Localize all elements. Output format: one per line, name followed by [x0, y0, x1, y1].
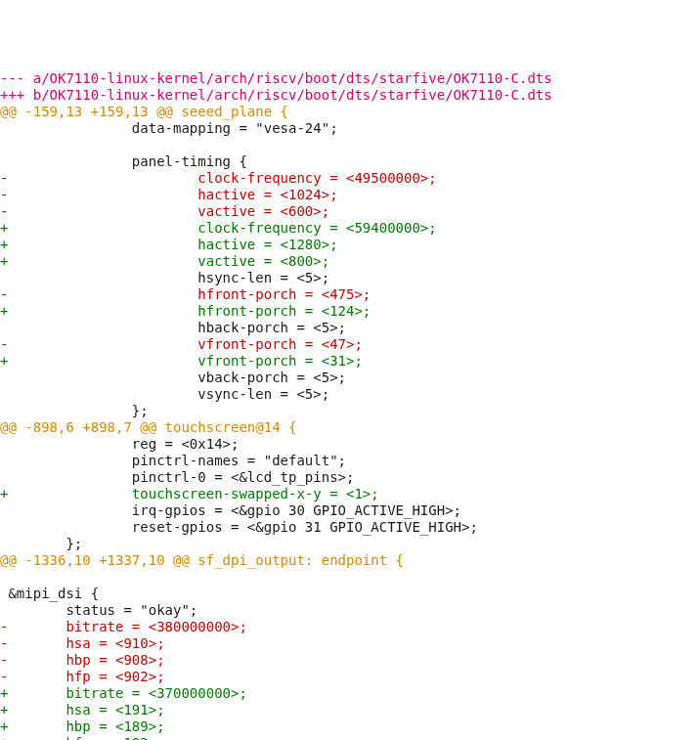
hunk-header: @@ -159,13 +159,13 @@ seeed_plane { [0, 104, 288, 119]
diff-line-removed: - hsa = <910>; [0, 635, 165, 651]
diff-line-context: pinctrl-0 = <&lcd_tp_pins>; [0, 469, 354, 485]
file-header-from: --- a/OK7110-linux-kernel/arch/riscv/boo… [0, 70, 552, 86]
diff-line-removed: - hactive = <1024>; [0, 187, 338, 202]
diff-line-context: panel-timing { [0, 153, 247, 169]
diff-line-context: hsync-len = <5>; [0, 270, 329, 285]
diff-viewer: --- a/OK7110-linux-kernel/arch/riscv/boo… [0, 50, 700, 740]
hunk-header: @@ -898,6 +898,7 @@ touchscreen@14 { [0, 419, 296, 435]
diff-line-added: + hactive = <1280>; [0, 237, 338, 252]
diff-line-context: hback-porch = <5>; [0, 320, 346, 335]
diff-line-added: + hfront-porch = <124>; [0, 303, 371, 319]
hunk-header: @@ -1336,10 +1337,10 @@ sf_dpi_output: e… [0, 552, 404, 568]
diff-line-context: reg = <0x14>; [0, 436, 239, 452]
diff-line-removed: - vfront-porch = <47>; [0, 336, 363, 352]
diff-line-removed: - hbp = <908>; [0, 652, 165, 668]
diff-line-context: data-mapping = "vesa-24"; [0, 120, 338, 136]
diff-line-added: + hfp = <183>; [0, 735, 165, 740]
diff-body: @@ -159,13 +159,13 @@ seeed_plane { data… [0, 104, 700, 740]
diff-line-removed: - hfp = <902>; [0, 669, 165, 684]
diff-line-context: pinctrl-names = "default"; [0, 453, 346, 468]
diff-line-removed: - hfront-porch = <475>; [0, 286, 371, 302]
diff-line-context: }; [0, 403, 149, 418]
diff-line-added: + bitrate = <370000000>; [0, 685, 247, 701]
diff-line-added: + vfront-porch = <31>; [0, 353, 363, 369]
diff-line-added: + touchscreen-swapped-x-y = <1>; [0, 486, 379, 501]
diff-line-context: irq-gpios = <&gpio 30 GPIO_ACTIVE_HIGH>; [0, 502, 461, 518]
diff-line-added: + vactive = <800>; [0, 253, 329, 269]
diff-line-added: + hbp = <189>; [0, 718, 165, 734]
diff-line-context: }; [0, 536, 82, 551]
diff-line-added: + clock-frequency = <59400000>; [0, 220, 437, 236]
diff-line-context: vsync-len = <5>; [0, 386, 329, 402]
diff-line-removed: - clock-frequency = <49500000>; [0, 170, 437, 186]
diff-line-context: reset-gpios = <&gpio 31 GPIO_ACTIVE_HIGH… [0, 519, 478, 535]
diff-line-context: vback-porch = <5>; [0, 370, 346, 385]
diff-line-context: &mipi_dsi { [0, 586, 99, 601]
file-header-to: +++ b/OK7110-linux-kernel/arch/riscv/boo… [0, 87, 552, 103]
diff-line-context: status = "okay"; [0, 602, 197, 618]
diff-line-removed: - vactive = <600>; [0, 203, 329, 219]
diff-line-removed: - bitrate = <380000000>; [0, 619, 247, 634]
diff-line-added: + hsa = <191>; [0, 702, 165, 718]
